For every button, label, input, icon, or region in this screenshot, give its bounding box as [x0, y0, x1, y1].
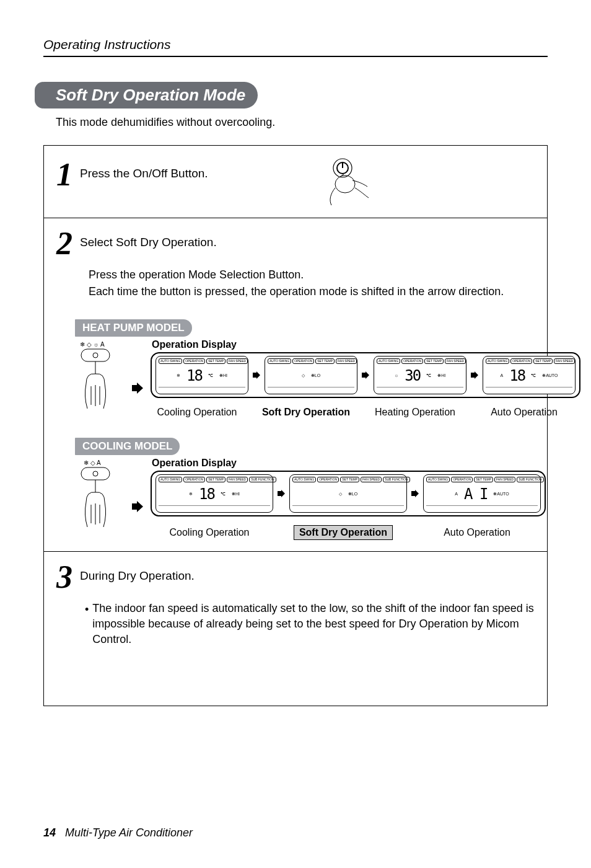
- remote-illustration-heat: ❄ ◇ ☼ A: [75, 339, 125, 414]
- caption-cool-softdry: Soft Dry Operation: [294, 525, 393, 540]
- intro-text: This mode dehumidifies without overcooli…: [56, 116, 548, 129]
- auto-icon: A: [501, 373, 504, 378]
- step3-bullet: • The indoor fan speed is automatically …: [85, 601, 535, 648]
- header-title: Operating Instructions: [43, 37, 548, 52]
- divider: [44, 551, 547, 552]
- step2-text: Select Soft Dry Operation.: [80, 229, 535, 249]
- arrow-icon: [277, 490, 286, 497]
- step3-number: 3: [56, 563, 72, 592]
- auto-icon: A: [455, 492, 458, 496]
- step-3: 3 During Dry Operation. • The indoor fan…: [56, 563, 535, 687]
- step2-number: 2: [56, 229, 72, 259]
- caption-cool-cooling: Cooling Operation: [151, 527, 268, 538]
- heat-panel-softdry: AUTO SWING OPERATION SET TEMP FAN SPEED …: [265, 356, 357, 394]
- step1-number: 1: [56, 161, 72, 190]
- cool-panels-row: AUTO SWING OPERATION SET TEMP FAN SPEED …: [151, 471, 546, 516]
- page-footer: 14 Multi-Type Air Conditioner: [43, 826, 193, 839]
- heat-panel-cooling: AUTO SWING OPERATION SET TEMP FAN SPEED …: [155, 356, 248, 394]
- svg-rect-12: [81, 467, 110, 480]
- step2-sub2: Each time the button is pressed, the ope…: [89, 284, 535, 299]
- svg-point-13: [93, 471, 98, 476]
- page-number: 14: [43, 826, 56, 839]
- heat-pump-label: HEAT PUMP MODEL: [75, 319, 192, 337]
- caption-softdry: Soft Dry Operation: [260, 407, 352, 418]
- divider: [44, 218, 547, 218]
- heat-panel-heating: AUTO SWING OPERATION SET TEMP FAN SPEED …: [374, 356, 466, 394]
- step-1: 1 Press the On/Off Button.: [56, 161, 535, 206]
- arrow-icon: [361, 371, 370, 379]
- heat-pump-row: ❄ ◇ ☼ A Operation Display: [75, 339, 535, 418]
- drop-icon: ◇: [339, 492, 342, 497]
- heat-panel-auto: AUTO SWING OPERATION SET TEMP FAN SPEED …: [483, 356, 576, 394]
- op-display-label-heat: Operation Display: [152, 339, 580, 350]
- cooling-model-row: ❄ ◇ A Operation Display: [75, 458, 535, 540]
- cooling-model-label: COOLING MODEL: [75, 438, 180, 455]
- cool-panel-softdry: AUTO SWING OPERATION SET TEMP FAN SPEED …: [289, 474, 407, 513]
- page-header: Operating Instructions: [43, 37, 548, 57]
- steps-container: 1 Press the On/Off Button. 2 Select So: [43, 145, 548, 706]
- svg-rect-5: [81, 349, 110, 361]
- cool-panel-auto: AUTO SWING OPERATION SET TEMP FAN SPEED …: [423, 474, 541, 513]
- step2-sub1: Press the operation Mode Selection Butto…: [89, 267, 535, 283]
- footer-title: Multi-Type Air Conditioner: [65, 826, 193, 839]
- snowflake-icon: ❄: [177, 373, 180, 378]
- step-2: 2 Select Soft Dry Operation. Press the o…: [56, 229, 535, 540]
- caption-cooling: Cooling Operation: [151, 407, 243, 418]
- remote-icons-text: ❄ ◇ ☼ A: [80, 341, 105, 348]
- remote-illustration-cool: ❄ ◇ A: [75, 458, 125, 532]
- arrow-icon: [470, 371, 479, 379]
- caption-auto: Auto Operation: [478, 407, 571, 418]
- caption-heating: Heating Operation: [369, 407, 462, 418]
- step1-text: Press the On/Off Button.: [80, 161, 313, 180]
- svg-text:❄ ◇ A: ❄ ◇ A: [84, 459, 101, 466]
- arrow-to-panels: [131, 458, 144, 512]
- arrow-icon: [411, 490, 419, 497]
- heat-panels-row: AUTO SWING OPERATION SET TEMP FAN SPEED …: [151, 352, 580, 398]
- arrow-icon: [252, 371, 261, 379]
- bullet-icon: •: [85, 601, 89, 648]
- step3-bullet-text: The indoor fan speed is automatically se…: [92, 601, 535, 648]
- caption-cool-auto: Auto Operation: [418, 527, 536, 538]
- power-button-illustration: [318, 157, 374, 206]
- svg-point-6: [93, 353, 98, 358]
- cool-panel-cooling: AUTO SWING OPERATION SET TEMP FAN SPEED …: [155, 474, 273, 513]
- op-display-label-cool: Operation Display: [152, 458, 546, 469]
- arrow-to-panels: [131, 339, 144, 394]
- drop-icon: ◇: [302, 373, 305, 378]
- sun-icon: ☼: [395, 373, 398, 378]
- svg-point-3: [335, 175, 355, 193]
- section-title: Soft Dry Operation Mode: [43, 82, 258, 108]
- snowflake-icon: ❄: [189, 492, 193, 497]
- step3-text: During Dry Operation.: [80, 563, 535, 583]
